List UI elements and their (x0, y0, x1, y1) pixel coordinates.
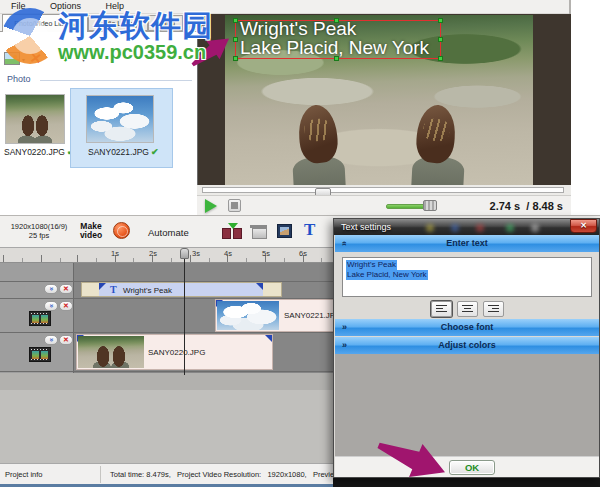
add-photo-clip-icon[interactable] (277, 224, 292, 238)
glass-reflection (531, 224, 539, 232)
resize-handle[interactable] (334, 56, 339, 61)
menu-options[interactable]: Options (39, 0, 92, 11)
video-track-icon (29, 311, 51, 326)
delete-track-button[interactable]: ✕ (59, 335, 73, 345)
delete-track-button[interactable]: ✕ (59, 301, 73, 311)
glass-reflection (451, 224, 459, 232)
hiking-boot-right (415, 103, 458, 164)
ruler-label: 2s (149, 249, 157, 258)
add-text-icon[interactable]: T (304, 220, 315, 240)
tab-scroll-button[interactable]: ◂▸ (184, 16, 196, 30)
timeline-video-clip-sany0220[interactable]: SANY0220.JPG (76, 334, 273, 370)
photo-thumbnail-sany0221[interactable] (86, 95, 154, 143)
delete-icon: ✕ (63, 302, 69, 309)
delete-photo-icon[interactable]: ✕ (29, 49, 43, 66)
library-panel: Photo/Video Library Audio Library Transi… (0, 14, 197, 215)
timeline-text-clip[interactable]: T Wright's Peak (81, 282, 282, 297)
scroll-right-icon: ▸ (190, 20, 193, 26)
add-photo-caret-icon[interactable]: ▾ (22, 56, 25, 63)
add-transition-icon[interactable] (222, 225, 243, 239)
collapse-icon: » (47, 304, 55, 308)
ruler-label: 4s (224, 249, 232, 258)
chevron-right-icon: » (342, 337, 347, 354)
resize-handle[interactable] (233, 18, 238, 23)
photo-filename: SANY0221.JPG✔ (88, 147, 159, 157)
move-down-icon[interactable]: ⬇ (60, 49, 71, 64)
align-center-button[interactable] (457, 301, 478, 317)
project-resolution-label: 1920x1080(16/9) 25 fps (4, 222, 74, 240)
filename-label: SANY0220.JPG (4, 147, 65, 157)
automate-button[interactable]: Automate (148, 227, 189, 238)
delete-track-button[interactable]: ✕ (59, 284, 73, 294)
playhead-line (184, 259, 185, 375)
photo-thumbnail-sany0220[interactable] (5, 94, 65, 144)
clip-label: SANY0220.JPG (148, 348, 205, 357)
total-time: 8.48 s (532, 200, 563, 212)
make-video-label-2: video (76, 231, 106, 240)
clip-corner-marker (265, 335, 272, 342)
transition-arrow (228, 223, 238, 229)
project-status-text: Total time: 8.479s, Project Video Resolu… (110, 470, 351, 479)
seek-track[interactable] (202, 187, 564, 193)
collapse-icon: » (47, 338, 55, 342)
background-window-strip (569, 0, 600, 220)
record-button[interactable] (113, 222, 130, 239)
align-left-icon (436, 305, 447, 313)
playhead-handle[interactable] (180, 248, 189, 259)
add-screen-icon[interactable] (250, 225, 267, 238)
resolution-value: 1920x1080(16/9) (4, 222, 74, 231)
add-photo-icon[interactable] (4, 52, 20, 65)
glass-reflection (426, 224, 434, 232)
clip-corner-marker (256, 283, 263, 290)
text-clip-icon: T (110, 284, 117, 295)
align-right-icon (488, 305, 499, 313)
resize-handle[interactable] (334, 18, 339, 23)
resize-handle[interactable] (438, 37, 443, 42)
tab-transitions[interactable]: Transi (148, 15, 183, 31)
volume-thumb[interactable] (423, 200, 437, 211)
time-separator: / (526, 200, 529, 212)
close-icon[interactable]: ✕ (570, 219, 597, 233)
filename-label: SANY0221.JPG (88, 147, 149, 157)
collapse-track-button[interactable]: » (44, 335, 58, 345)
collapse-track-button[interactable]: » (44, 301, 58, 311)
play-button[interactable] (205, 199, 217, 213)
section-adjust-colors[interactable]: » Adjust colors (335, 337, 599, 354)
current-time: 2.74 s (490, 200, 521, 212)
group-divider (40, 80, 192, 81)
ok-button[interactable]: OK (449, 460, 495, 475)
text-input-area[interactable]: Wright's Peak Lake Placid, New York (342, 257, 592, 297)
tab-audio-library[interactable]: Audio Library (88, 15, 148, 31)
collapse-track-button[interactable]: » (44, 284, 58, 294)
align-left-button[interactable] (431, 301, 452, 317)
seek-bar (197, 185, 571, 195)
photo-filename: SANY0220.JPG✔ (4, 147, 75, 157)
stop-button[interactable] (228, 199, 241, 212)
section-enter-text[interactable]: » Enter text (335, 235, 599, 252)
align-right-button[interactable] (483, 301, 504, 317)
resize-handle[interactable] (233, 37, 238, 42)
dialog-title-bar[interactable]: Text settings (334, 219, 599, 235)
glass-reflection (476, 224, 484, 232)
text-line-selected: Wright's Peak (346, 260, 397, 270)
project-info-label: Project info (5, 470, 43, 479)
tab-photo-video-library[interactable]: Photo/Video Library (2, 14, 88, 32)
resize-handle[interactable] (438, 18, 443, 23)
status-divider (100, 466, 101, 483)
make-video-button[interactable]: Make video (76, 222, 106, 240)
text-selection-box[interactable] (235, 20, 441, 59)
fps-value: 25 fps (4, 231, 74, 240)
delete-icon: ✕ (63, 336, 69, 343)
section-choose-font[interactable]: » Choose font (335, 319, 599, 336)
resize-handle[interactable] (438, 56, 443, 61)
film-frame (233, 228, 242, 239)
menu-file[interactable]: File (0, 0, 37, 11)
section-label: Adjust colors (438, 340, 496, 350)
resize-handle[interactable] (233, 56, 238, 61)
film-frame (222, 228, 231, 239)
clip-corner-marker (99, 283, 106, 290)
check-icon: ✔ (151, 147, 159, 157)
move-down-caret-icon[interactable]: ▾ (82, 56, 85, 63)
text-line-selected: Lake Placid, New York (346, 270, 428, 280)
menu-help[interactable]: Help (95, 0, 136, 11)
